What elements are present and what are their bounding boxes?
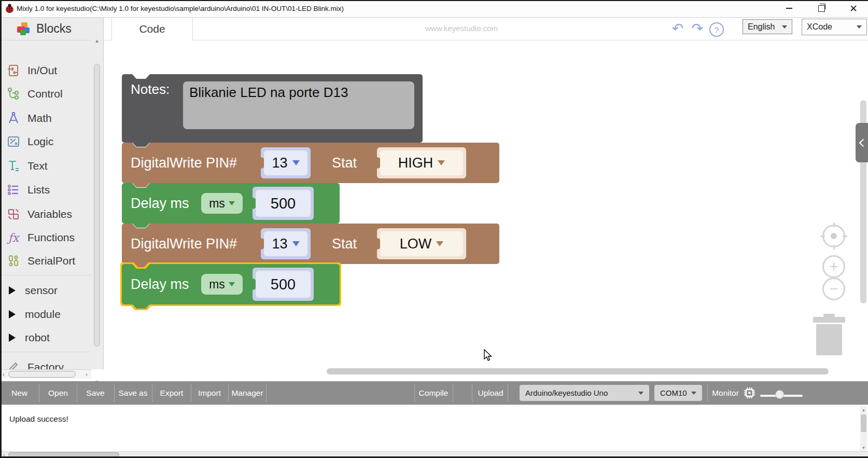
sidebar-hscroll-thumb[interactable] <box>8 371 76 378</box>
pin-value: 13 <box>272 155 287 171</box>
tab-code[interactable]: Code <box>111 17 193 40</box>
maximize-button[interactable] <box>810 0 833 17</box>
sidebar-item-variables[interactable]: Variables <box>0 203 92 226</box>
top-bar: Code www.keyestudio.com ↶ ↷ ? English XC… <box>104 17 868 40</box>
toolbar-slider-knob[interactable] <box>775 390 784 399</box>
sidebar-item-control[interactable]: Control <box>0 82 92 105</box>
plus-icon: + <box>829 258 838 275</box>
sidebar-separator <box>0 275 91 275</box>
sidebar-item-label: Text <box>27 160 48 172</box>
variables-icon <box>6 207 21 221</box>
block-delay-1[interactable]: Delay ms ms 500 <box>122 183 340 224</box>
new-button[interactable]: New <box>5 381 34 405</box>
save-button[interactable]: Save <box>79 381 111 405</box>
save-as-button[interactable]: Save as <box>116 381 150 405</box>
console-vertical-scrollbar[interactable]: ▲ ▼ <box>860 406 867 452</box>
chip-icon[interactable] <box>743 386 757 400</box>
sidebar-vertical-scrollbar[interactable]: ▲ ▼ <box>93 37 101 385</box>
toolbar-separator <box>472 384 472 402</box>
sidebar-item-text[interactable]: Text <box>0 155 92 177</box>
sidebar-horizontal-scrollbar[interactable]: ‹ › <box>0 369 91 379</box>
open-button[interactable]: Open <box>43 381 74 405</box>
pin-dropdown[interactable]: 13 <box>261 228 311 259</box>
mixly-window: { "window": { "title": "Mixly 1.0 for ke… <box>0 0 868 458</box>
undo-button[interactable]: ↶ <box>669 20 687 37</box>
zoom-in-button[interactable]: + <box>822 255 845 278</box>
board-dropdown[interactable]: Arduino/keyestudio Uno <box>520 385 649 401</box>
manager-button[interactable]: Manager <box>230 381 265 405</box>
expand-triangle-icon <box>9 310 16 318</box>
toolbar-separator <box>39 384 39 402</box>
block-label: Notes: <box>131 81 170 98</box>
close-button[interactable]: ✕ <box>842 0 865 17</box>
sidebar-item-inout[interactable]: In/Out <box>0 59 92 82</box>
delay-value-socket[interactable]: 500 <box>253 268 314 301</box>
block-notes[interactable]: Notes: Blikanie LED na porte D13 <box>122 74 423 143</box>
dropdown-arrow-icon <box>229 201 235 205</box>
mixly-ladybug-icon <box>5 4 15 13</box>
keyestudio-watermark: www.keyestudio.com <box>384 17 539 40</box>
lists-icon <box>6 183 21 197</box>
sidebar-item-robot[interactable]: robot <box>0 326 92 349</box>
sidebar-item-logic[interactable]: Logic <box>0 130 92 153</box>
block-delay-2-selected[interactable]: Delay ms ms 500 <box>122 264 340 304</box>
sidebar-item-serialport[interactable]: SerialPort <box>0 249 92 272</box>
sidebar-item-sensor[interactable]: sensor <box>0 279 92 302</box>
chevron-down-icon <box>638 392 643 395</box>
mode-dropdown[interactable]: XCode <box>802 19 867 35</box>
port-dropdown[interactable]: COM10 <box>654 385 702 401</box>
sidebar-title: Blocks <box>36 22 72 36</box>
compile-button[interactable]: Compile <box>417 381 450 405</box>
minimize-icon <box>786 8 792 9</box>
state-dropdown[interactable]: LOW <box>377 228 466 259</box>
unit-dropdown[interactable]: ms <box>201 193 243 214</box>
sidebar-item-functions[interactable]: ƒx Functions <box>0 226 92 249</box>
scroll-right-icon[interactable]: › <box>83 370 90 378</box>
scroll-up-icon[interactable]: ▲ <box>860 407 867 413</box>
toolbar-separator <box>266 384 267 402</box>
toolbar-separator <box>508 384 508 402</box>
canvas-horizontal-scrollbar[interactable] <box>327 368 829 374</box>
puzzle-blocks-icon <box>16 21 31 36</box>
sidebar-item-label: In/Out <box>27 64 57 77</box>
sidebar-item-math[interactable]: Math <box>0 107 92 130</box>
pin-dropdown[interactable]: 13 <box>261 147 311 178</box>
window-title: Mixly 1.0 for keyestudio(C:\Mixly 1.0 fo… <box>17 0 344 17</box>
console-scroll-thumb[interactable] <box>861 414 866 432</box>
block-digitalwrite-low[interactable]: DigitalWrite PIN# 13 Stat LOW <box>122 224 499 264</box>
block-label: DigitalWrite PIN# <box>131 224 237 264</box>
sidebar-item-label: robot <box>25 331 50 344</box>
crosshair-icon <box>831 233 837 239</box>
workspace-canvas[interactable]: Notes: Blikanie LED na porte D13 Digital… <box>104 40 868 381</box>
console-message: Upload success! <box>9 414 68 424</box>
sidebar-scroll-thumb[interactable] <box>94 64 100 346</box>
monitor-button[interactable]: Monitor <box>710 381 740 405</box>
zoom-reset-button[interactable] <box>822 225 845 247</box>
scroll-up-icon[interactable]: ▲ <box>93 37 101 44</box>
minimize-button[interactable] <box>778 0 801 17</box>
export-button[interactable]: Export <box>155 381 189 405</box>
chevron-down-icon <box>857 25 862 29</box>
upload-button[interactable]: Upload <box>475 381 506 405</box>
block-digitalwrite-high[interactable]: DigitalWrite PIN# 13 Stat HIGH <box>122 143 499 183</box>
unit-dropdown[interactable]: ms <box>201 274 243 295</box>
sidebar-item-lists[interactable]: Lists <box>0 178 92 201</box>
redo-button[interactable]: ↷ <box>689 20 706 37</box>
delay-value-socket[interactable]: 500 <box>253 187 314 220</box>
trash-button[interactable] <box>813 314 845 355</box>
question-icon: ? <box>715 25 719 34</box>
restore-icon <box>818 5 825 12</box>
toolbar-separator <box>77 384 77 402</box>
help-button[interactable]: ? <box>709 22 724 37</box>
import-button[interactable]: Import <box>193 381 226 405</box>
scroll-down-icon[interactable]: ▼ <box>860 445 867 451</box>
toolbar-separator <box>707 384 708 402</box>
sidebar-item-module[interactable]: module <box>0 303 92 326</box>
code-panel-toggle[interactable] <box>856 123 868 162</box>
language-dropdown[interactable]: English <box>743 19 792 34</box>
zoom-out-button[interactable]: − <box>822 277 845 300</box>
sidebar-item-label: Lists <box>27 184 50 196</box>
state-dropdown[interactable]: HIGH <box>377 147 466 178</box>
sidebar-item-label: sensor <box>25 284 58 297</box>
notes-text-field[interactable]: Blikanie LED na porte D13 <box>183 81 414 129</box>
